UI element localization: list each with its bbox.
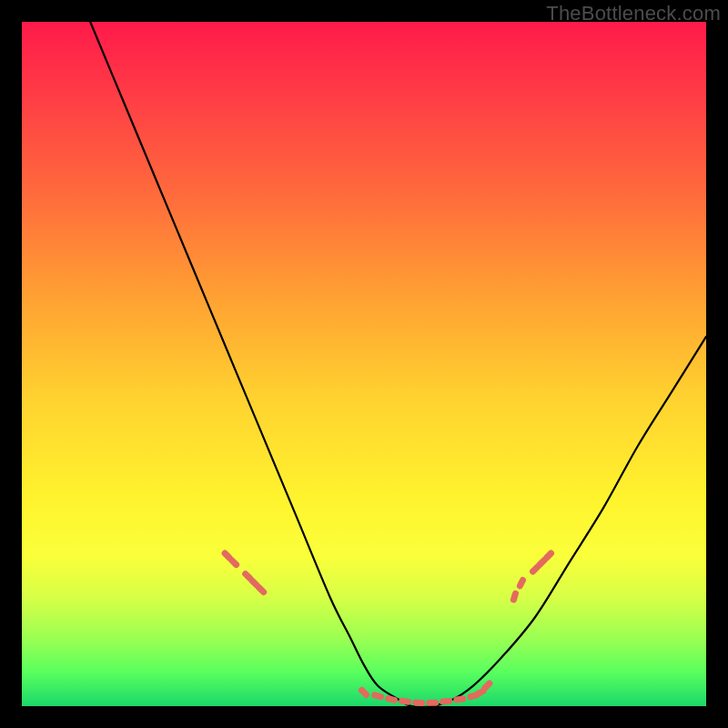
highlight-dot bbox=[358, 686, 371, 700]
plot-area bbox=[22, 22, 706, 706]
highlight-dots-group bbox=[220, 549, 555, 706]
highlight-dot bbox=[510, 590, 520, 603]
highlight-dot bbox=[426, 700, 439, 706]
highlight-dot bbox=[370, 692, 384, 701]
highlight-dot bbox=[384, 694, 398, 703]
highlight-dot bbox=[453, 695, 467, 703]
bottleneck-curve bbox=[90, 22, 706, 707]
highlight-dot bbox=[516, 576, 528, 591]
highlight-dot bbox=[412, 699, 426, 706]
chart-svg bbox=[22, 22, 706, 706]
highlight-dot bbox=[399, 697, 412, 705]
highlight-dot bbox=[440, 698, 453, 705]
chart-frame: TheBottleneck.com bbox=[0, 0, 728, 728]
